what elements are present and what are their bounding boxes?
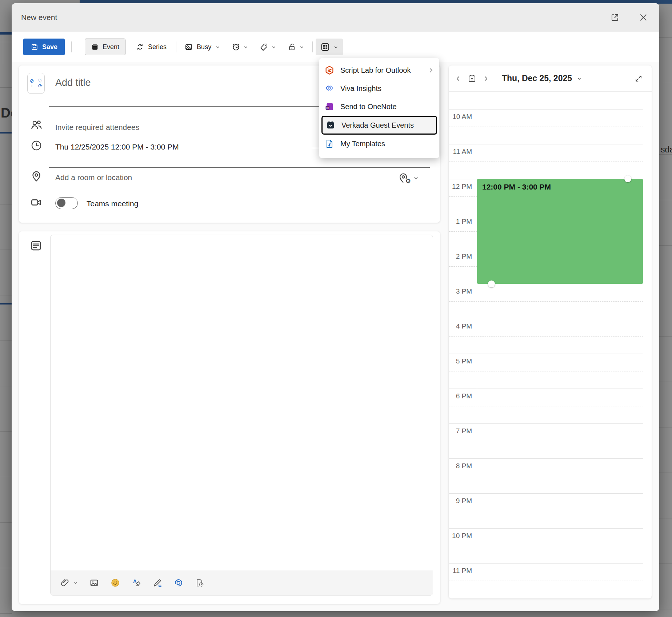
half-hour-gridline xyxy=(449,127,643,127)
hour-label: 8 PM xyxy=(449,462,472,470)
datetime-field[interactable]: Thu 12/25/2025 12:00 PM - 3:00 PM xyxy=(55,143,179,151)
half-hour-gridline xyxy=(449,406,643,406)
scheduling-poll-icon[interactable] xyxy=(195,578,205,588)
insert-image-icon[interactable] xyxy=(89,578,99,588)
hour-label: 2 PM xyxy=(449,252,472,260)
event-type-button[interactable]: Event xyxy=(85,39,125,55)
series-button[interactable]: Series xyxy=(131,39,171,55)
attendees-people-icon xyxy=(30,119,43,132)
hour-label: 11 PM xyxy=(449,567,472,575)
apps-dropdown[interactable] xyxy=(316,39,343,55)
clock-icon xyxy=(30,139,43,152)
verkada-icon xyxy=(325,120,336,130)
emoji-icon[interactable] xyxy=(110,578,120,588)
busy-label: Busy xyxy=(197,43,211,51)
series-icon xyxy=(136,43,144,51)
reminder-icon xyxy=(231,42,241,52)
previous-day-icon[interactable] xyxy=(452,71,465,87)
show-as-busy-dropdown[interactable]: Busy xyxy=(180,39,225,55)
attach-file-dropdown[interactable] xyxy=(60,578,78,588)
chevron-down-icon xyxy=(576,76,582,81)
event-resize-handle-bottom[interactable] xyxy=(488,280,495,287)
field-divider xyxy=(49,167,430,168)
busy-icon xyxy=(184,43,193,51)
event-toolbar: Save Event Series Busy xyxy=(12,32,659,62)
event-label: Event xyxy=(103,43,119,51)
gear-glyph: ⚙ xyxy=(405,178,411,185)
date-picker-dropdown[interactable]: Thu, Dec 25, 2025 xyxy=(502,73,582,83)
addins-menu: Script Lab for OutlookViva InsightsNSend… xyxy=(319,58,439,158)
menu-item-verkada-guest-events[interactable]: Verkada Guest Events xyxy=(321,116,437,135)
location-settings-icon: ⚙ xyxy=(397,172,409,184)
time-gutter-divider xyxy=(477,92,477,598)
description-editor[interactable]: A xyxy=(50,235,433,596)
draw-pen-icon[interactable] xyxy=(152,578,163,588)
emoji-category-picker-button[interactable]: ⊘♡+⟳ xyxy=(27,73,45,94)
hour-label: 11 AM xyxy=(449,148,472,156)
expand-panel-icon[interactable] xyxy=(631,71,647,87)
menu-item-viva-insights[interactable]: Viva Insights xyxy=(319,79,439,97)
script-lab-icon xyxy=(324,65,335,75)
day-column-divider xyxy=(643,92,643,598)
menu-item-script-lab-for-outlook[interactable]: Script Lab for Outlook xyxy=(319,61,439,79)
chevron-right-icon xyxy=(428,67,434,73)
half-hour-gridline xyxy=(449,301,643,302)
menu-item-my-templates[interactable]: My Templates xyxy=(319,135,439,153)
half-hour-gridline xyxy=(449,441,643,441)
attendees-input[interactable]: Invite required attendees xyxy=(55,123,139,132)
video-camera-icon xyxy=(30,196,43,209)
calendar-event-block[interactable]: 12:00 PM - 3:00 PM xyxy=(477,179,643,284)
hour-label: 6 PM xyxy=(449,392,472,400)
hour-gridline xyxy=(449,319,643,319)
half-hour-gridline xyxy=(449,162,643,162)
location-settings-dropdown[interactable]: ⚙ xyxy=(397,172,419,184)
dialog-title: New event xyxy=(21,13,57,22)
title-input[interactable]: Add title xyxy=(55,77,91,88)
svg-text:N: N xyxy=(327,106,329,110)
screen: De sda New event Save xyxy=(0,0,672,617)
save-button[interactable]: Save xyxy=(23,39,65,55)
private-lock-dropdown[interactable] xyxy=(284,39,308,55)
half-hour-gridline xyxy=(449,511,643,511)
location-input[interactable]: Add a room or location xyxy=(55,173,132,182)
event-time-label: 12:00 PM - 3:00 PM xyxy=(477,179,643,191)
field-divider xyxy=(49,198,430,198)
close-icon[interactable] xyxy=(635,9,651,25)
hour-label: 1 PM xyxy=(449,218,472,226)
apps-icon xyxy=(320,42,330,52)
chevron-down-icon xyxy=(73,580,78,585)
go-to-today-icon[interactable] xyxy=(465,71,479,87)
open-in-new-window-icon[interactable] xyxy=(607,9,623,25)
hour-label: 7 PM xyxy=(449,427,472,435)
private-lock-icon xyxy=(287,42,297,52)
hour-gridline xyxy=(449,284,643,284)
background-divider xyxy=(3,35,3,64)
background-left-calendar-strip xyxy=(0,0,12,617)
chevron-down-icon xyxy=(299,44,304,50)
hour-label: 5 PM xyxy=(449,357,472,365)
hour-gridline xyxy=(449,493,643,494)
category-tag-dropdown[interactable] xyxy=(256,39,280,55)
background-accent-bar xyxy=(0,32,12,35)
half-hour-gridline xyxy=(449,476,643,476)
notes-icon xyxy=(29,239,43,252)
clear-formatting-icon[interactable]: A xyxy=(131,578,141,588)
next-day-icon[interactable] xyxy=(479,71,492,87)
chevron-down-icon xyxy=(243,44,248,50)
day-panel-header: Thu, Dec 25, 2025 xyxy=(449,65,652,92)
half-hour-gridline xyxy=(449,581,643,581)
location-pin-icon xyxy=(30,170,43,183)
hour-gridline xyxy=(449,458,643,459)
menu-item-send-to-onenote[interactable]: NSend to OneNote xyxy=(319,97,439,116)
event-resize-handle-top[interactable] xyxy=(624,175,631,182)
teams-meeting-toggle[interactable] xyxy=(55,197,78,209)
event-icon xyxy=(91,43,99,51)
loop-component-icon[interactable] xyxy=(173,578,184,588)
chevron-down-icon xyxy=(215,44,220,50)
editor-format-toolbar: A xyxy=(51,570,433,595)
event-description-card: A xyxy=(19,231,440,604)
background-accent-bar xyxy=(0,303,12,304)
reminder-dropdown[interactable] xyxy=(228,39,252,55)
background-weekday-fragment: sda xyxy=(661,145,672,155)
menu-item-label: Script Lab for Outlook xyxy=(340,66,422,75)
